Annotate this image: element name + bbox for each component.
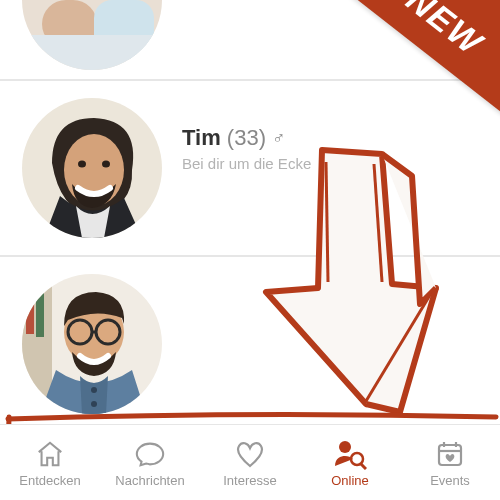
tab-interesse[interactable]: Interesse xyxy=(205,438,295,488)
tab-events[interactable]: Events xyxy=(405,438,495,488)
avatar xyxy=(22,98,162,238)
home-icon xyxy=(35,438,65,470)
profile-subtitle: Bei dir um die Ecke xyxy=(182,155,311,172)
profile-name-line: Tim (33) ♂ xyxy=(182,125,311,151)
profile-age: (33) xyxy=(227,125,266,150)
profile-list: Tim (33) ♂ Bei dir um die Ecke xyxy=(0,0,500,430)
avatar xyxy=(22,0,162,70)
svg-rect-3 xyxy=(22,35,162,70)
tab-entdecken[interactable]: Entdecken xyxy=(5,438,95,488)
svg-line-23 xyxy=(361,464,366,469)
heart-icon xyxy=(234,438,266,470)
tab-label: Events xyxy=(430,473,470,488)
tab-label: Online xyxy=(331,473,369,488)
profile-info: Tim (33) ♂ Bei dir um die Ecke xyxy=(182,125,311,172)
avatar xyxy=(22,274,162,414)
svg-point-6 xyxy=(78,161,86,168)
profile-row[interactable]: Tim (33) ♂ Bei dir um die Ecke xyxy=(0,80,500,256)
svg-point-21 xyxy=(339,441,351,453)
person-search-icon xyxy=(333,438,367,470)
gender-icon: ♂ xyxy=(272,128,286,148)
tab-online[interactable]: Online xyxy=(305,438,395,488)
calendar-heart-icon xyxy=(435,438,465,470)
svg-point-17 xyxy=(91,401,97,407)
svg-rect-10 xyxy=(26,284,34,334)
profile-row[interactable] xyxy=(0,256,500,430)
tab-label: Entdecken xyxy=(19,473,80,488)
svg-point-7 xyxy=(102,161,110,168)
svg-rect-9 xyxy=(22,274,52,414)
tab-nachrichten[interactable]: Nachrichten xyxy=(105,438,195,488)
bottom-nav: Entdecken Nachrichten Interesse xyxy=(0,424,500,500)
svg-rect-11 xyxy=(36,282,44,337)
tab-label: Nachrichten xyxy=(115,473,184,488)
svg-point-16 xyxy=(91,387,97,393)
tab-label: Interesse xyxy=(223,473,276,488)
chat-icon xyxy=(134,438,166,470)
profile-name: Tim xyxy=(182,125,221,150)
